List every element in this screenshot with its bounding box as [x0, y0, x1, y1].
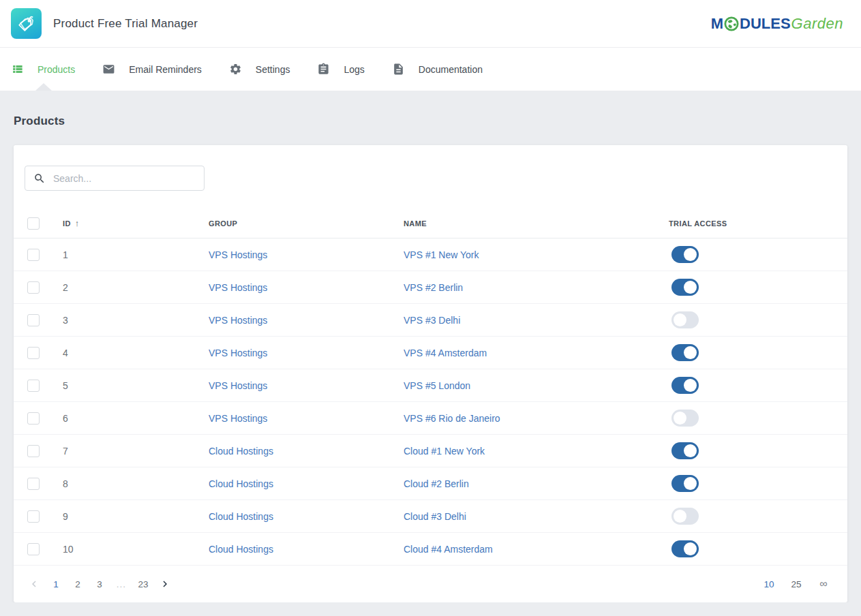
per-page-option-25[interactable]: 25 [787, 576, 805, 592]
trial-access-toggle[interactable] [671, 475, 699, 492]
toggle-knob [674, 510, 686, 523]
page-button-23[interactable]: 23 [135, 576, 151, 592]
page-button-3[interactable]: 3 [91, 576, 108, 592]
brand-text-garden: Garden [791, 15, 843, 33]
product-group-link[interactable]: VPS Hostings [209, 348, 267, 358]
trial-access-toggle[interactable] [671, 246, 699, 263]
table-row: 8 Cloud Hostings Cloud #2 Berlin [14, 467, 847, 500]
select-all-checkbox[interactable] [27, 217, 40, 230]
tab-products[interactable]: Products [11, 63, 75, 76]
product-id: 7 [63, 446, 209, 457]
row-checkbox[interactable] [27, 281, 40, 294]
column-header-trial-access[interactable]: TRIAL ACCESS [669, 219, 847, 228]
tab-settings[interactable]: Settings [229, 63, 290, 76]
product-name-link[interactable]: VPS #1 New York [404, 249, 479, 260]
tab-documentation[interactable]: Documentation [392, 63, 483, 76]
row-checkbox[interactable] [27, 347, 40, 359]
product-group-link[interactable]: Cloud Hostings [209, 478, 273, 489]
row-checkbox[interactable] [27, 314, 40, 326]
brand-text-dules: DULES [740, 15, 791, 33]
tab-label: Documentation [419, 64, 483, 75]
row-checkbox[interactable] [27, 543, 40, 555]
table-row: 4 VPS Hostings VPS #4 Amsterdam [14, 337, 847, 369]
modulesgarden-logo: M DULES Garden [711, 15, 843, 33]
product-name-link[interactable]: Cloud #3 Delhi [404, 511, 466, 522]
product-name-link[interactable]: VPS #4 Amsterdam [404, 348, 487, 358]
product-id: 8 [63, 478, 209, 489]
product-name-link[interactable]: VPS #5 London [404, 380, 470, 391]
table-row: 2 VPS Hostings VPS #2 Berlin [14, 271, 847, 304]
email-icon [102, 63, 115, 76]
product-name-link[interactable]: VPS #6 Rio de Janeiro [404, 413, 500, 424]
row-checkbox[interactable] [27, 380, 40, 392]
row-checkbox[interactable] [27, 249, 40, 261]
page-button-2[interactable]: 2 [70, 576, 86, 592]
table-row: 6 VPS Hostings VPS #6 Rio de Janeiro [14, 402, 847, 435]
column-label-id: ID [63, 219, 71, 228]
toggle-knob [684, 379, 697, 392]
table-body: 1 VPS Hostings VPS #1 New York 2 VPS Hos… [14, 238, 847, 566]
row-checkbox[interactable] [27, 510, 40, 523]
search-icon [33, 172, 46, 185]
next-page-button[interactable] [157, 576, 173, 592]
trial-access-toggle[interactable] [671, 410, 699, 427]
search-input[interactable] [53, 173, 196, 184]
row-checkbox-cell [27, 314, 63, 326]
toggle-knob [684, 346, 697, 359]
list-icon [11, 63, 24, 76]
trial-access-toggle[interactable] [671, 279, 699, 296]
row-checkbox-cell [27, 380, 63, 392]
row-checkbox-cell [27, 478, 63, 490]
trial-access-toggle[interactable] [671, 377, 699, 394]
product-id: 5 [63, 380, 209, 391]
row-checkbox[interactable] [27, 445, 40, 457]
product-group-link[interactable]: VPS Hostings [209, 249, 267, 260]
toggle-knob [684, 248, 697, 261]
product-id: 1 [63, 249, 209, 260]
row-checkbox-cell [27, 445, 63, 457]
table-row: 1 VPS Hostings VPS #1 New York [14, 238, 847, 271]
per-page-option-infinity[interactable]: ∞ [815, 576, 832, 592]
tab-label: Settings [256, 64, 290, 75]
toggle-knob [684, 542, 697, 555]
product-name-link[interactable]: Cloud #1 New York [404, 446, 485, 457]
products-card: ID ↑ GROUP NAME TRIAL ACCESS 1 VPS Hosti… [14, 145, 847, 602]
column-header-group[interactable]: GROUP [209, 219, 404, 228]
product-id: 10 [63, 544, 209, 555]
product-name-link[interactable]: Cloud #4 Amsterdam [404, 544, 493, 555]
row-checkbox-cell [27, 281, 63, 294]
table-row: 3 VPS Hostings VPS #3 Delhi [14, 304, 847, 337]
row-checkbox[interactable] [27, 412, 40, 425]
product-group-link[interactable]: VPS Hostings [209, 413, 267, 424]
trial-access-toggle[interactable] [671, 344, 699, 361]
product-group-link[interactable]: VPS Hostings [209, 315, 267, 326]
tab-email-reminders[interactable]: Email Reminders [102, 63, 202, 76]
page-button-1[interactable]: 1 [48, 576, 64, 592]
row-checkbox[interactable] [27, 478, 40, 490]
per-page-option-10[interactable]: 10 [760, 576, 778, 592]
column-header-id[interactable]: ID ↑ [63, 218, 209, 228]
content: Products ID ↑ GROUP NAME TRIAL ACCESS 1 [0, 91, 861, 602]
trial-access-toggle[interactable] [671, 540, 699, 557]
trial-access-toggle[interactable] [671, 311, 699, 328]
row-checkbox-cell [27, 249, 63, 261]
gear-icon [229, 63, 242, 76]
column-header-name[interactable]: NAME [404, 219, 669, 228]
prev-page-button[interactable] [26, 576, 42, 592]
clipboard-icon [317, 63, 330, 76]
product-id: 3 [63, 315, 209, 326]
product-group-link[interactable]: VPS Hostings [209, 282, 267, 293]
product-group-link[interactable]: Cloud Hostings [209, 511, 273, 522]
pagination-ellipsis: ... [113, 576, 130, 592]
product-name-link[interactable]: VPS #3 Delhi [404, 315, 460, 326]
tab-logs[interactable]: Logs [317, 63, 364, 76]
product-name-link[interactable]: VPS #2 Berlin [404, 282, 463, 293]
table-row: 5 VPS Hostings VPS #5 London [14, 369, 847, 402]
globe-icon [724, 16, 739, 31]
product-group-link[interactable]: Cloud Hostings [209, 446, 273, 457]
trial-access-toggle[interactable] [671, 442, 699, 459]
trial-access-toggle[interactable] [671, 508, 699, 525]
product-name-link[interactable]: Cloud #2 Berlin [404, 478, 469, 489]
product-group-link[interactable]: VPS Hostings [209, 380, 267, 391]
product-group-link[interactable]: Cloud Hostings [209, 544, 273, 555]
